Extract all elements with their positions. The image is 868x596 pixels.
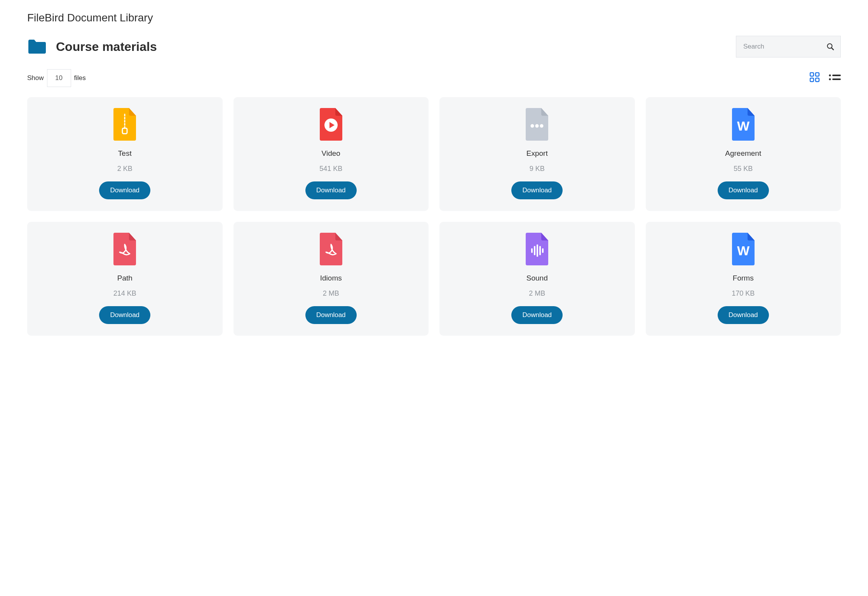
- file-name: Sound: [526, 274, 548, 282]
- download-button[interactable]: Download: [511, 306, 563, 324]
- svg-point-7: [829, 78, 831, 80]
- file-card: Path214 KBDownload: [27, 222, 223, 336]
- show-files-control: Show files: [27, 69, 86, 87]
- file-size: 541 KB: [319, 165, 342, 173]
- download-button[interactable]: Download: [305, 181, 357, 199]
- svg-rect-4: [810, 78, 814, 82]
- show-label: Show: [27, 74, 44, 82]
- show-count-input[interactable]: [47, 69, 71, 87]
- page-title: FileBird Document Library: [27, 12, 841, 24]
- file-card: Idioms2 MBDownload: [234, 222, 429, 336]
- pdf-file-icon: [317, 233, 345, 265]
- grid-view-button[interactable]: [810, 72, 820, 84]
- pdf-file-icon: [111, 233, 138, 265]
- search-input[interactable]: [743, 42, 826, 51]
- file-size: 2 MB: [529, 289, 545, 298]
- file-name: Path: [117, 274, 132, 282]
- view-toggle: [810, 72, 841, 84]
- svg-rect-5: [816, 78, 819, 82]
- download-button[interactable]: Download: [718, 181, 769, 199]
- svg-point-15: [540, 124, 544, 128]
- search-icon[interactable]: [826, 43, 834, 51]
- file-size: 170 KB: [732, 289, 755, 298]
- svg-text:W: W: [737, 243, 750, 258]
- svg-text:W: W: [737, 119, 750, 133]
- folder-icon: [27, 39, 47, 54]
- audio-file-icon: [523, 233, 551, 265]
- svg-rect-19: [537, 244, 538, 257]
- svg-line-1: [831, 48, 833, 50]
- file-card: Video541 KBDownload: [234, 97, 429, 211]
- download-button[interactable]: Download: [99, 306, 150, 324]
- file-card: Test2 KBDownload: [27, 97, 223, 211]
- grid-view-icon: [810, 72, 820, 84]
- list-view-icon: [828, 73, 841, 83]
- file-grid: Test2 KBDownload Video541 KBDownload Exp…: [27, 97, 841, 336]
- file-name: Idioms: [320, 274, 342, 282]
- download-button[interactable]: Download: [305, 306, 357, 324]
- file-card: Export9 KBDownload: [439, 97, 635, 211]
- file-size: 55 KB: [734, 165, 753, 173]
- svg-rect-8: [832, 75, 841, 76]
- file-size: 214 KB: [113, 289, 136, 298]
- file-size: 9 KB: [530, 165, 545, 173]
- svg-point-14: [535, 124, 539, 128]
- download-button[interactable]: Download: [99, 181, 150, 199]
- other-file-icon: [523, 108, 551, 141]
- svg-rect-9: [832, 78, 841, 80]
- word-file-icon: W: [730, 108, 757, 141]
- folder-title: Course materials: [56, 40, 157, 54]
- download-button[interactable]: Download: [718, 306, 769, 324]
- file-name: Agreement: [725, 149, 761, 158]
- download-button[interactable]: Download: [511, 181, 563, 199]
- svg-point-13: [531, 124, 534, 128]
- file-name: Export: [526, 149, 548, 158]
- svg-rect-20: [539, 246, 541, 255]
- svg-rect-3: [816, 73, 819, 76]
- file-name: Test: [118, 149, 132, 158]
- svg-rect-18: [534, 246, 535, 255]
- svg-rect-21: [542, 248, 544, 253]
- svg-rect-2: [810, 73, 814, 76]
- file-card: WForms170 KBDownload: [646, 222, 841, 336]
- svg-rect-17: [531, 248, 533, 253]
- file-name: Forms: [733, 274, 754, 282]
- header-row: Course materials: [27, 36, 841, 58]
- file-name: Video: [322, 149, 340, 158]
- video-file-icon: [317, 108, 345, 141]
- folder-title-group: Course materials: [27, 39, 157, 54]
- search-box[interactable]: [736, 36, 841, 58]
- file-card: Sound2 MBDownload: [439, 222, 635, 336]
- list-view-button[interactable]: [828, 73, 841, 83]
- word-file-icon: W: [730, 233, 757, 265]
- toolbar: Show files: [27, 69, 841, 87]
- files-label: files: [74, 74, 86, 82]
- svg-point-6: [829, 75, 831, 77]
- file-size: 2 KB: [117, 165, 132, 173]
- zip-file-icon: [111, 108, 138, 141]
- file-card: WAgreement55 KBDownload: [646, 97, 841, 211]
- file-size: 2 MB: [323, 289, 339, 298]
